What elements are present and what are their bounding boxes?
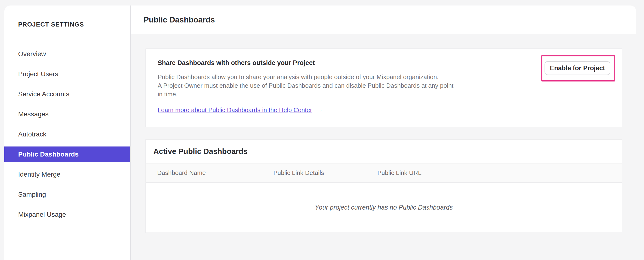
- sidebar-item-label: Identity Merge: [18, 171, 60, 178]
- active-card-title: Active Public Dashboards: [153, 147, 248, 156]
- sidebar-title: PROJECT SETTINGS: [18, 21, 84, 28]
- page-header: Public Dashboards: [131, 6, 636, 34]
- sidebar-item-label: Autotrack: [18, 131, 46, 138]
- sidebar-item-label: Project Users: [18, 70, 58, 78]
- enable-for-project-button[interactable]: Enable for Project: [544, 61, 610, 75]
- help-center-link[interactable]: Learn more about Public Dashboards in th…: [158, 106, 312, 114]
- sidebar-item-overview[interactable]: Overview: [4, 46, 130, 62]
- sidebar-item-sampling[interactable]: Sampling: [4, 187, 130, 202]
- page-title: Public Dashboards: [144, 15, 215, 24]
- sidebar-item-mixpanel-usage[interactable]: Mixpanel Usage: [4, 207, 130, 222]
- column-header-public-link-details: Public Link Details: [262, 169, 366, 177]
- share-dashboards-card: Share Dashboards with others outside you…: [146, 49, 622, 127]
- sidebar-item-public-dashboards[interactable]: Public Dashboards: [4, 147, 130, 162]
- empty-state-message: Your project currently has no Public Das…: [146, 183, 622, 232]
- project-settings-sidebar: PROJECT SETTINGS OverviewProject UsersSe…: [4, 6, 131, 260]
- column-header-public-link-url: Public Link URL: [366, 169, 622, 177]
- column-header-dashboard-name: Dashboard Name: [146, 169, 262, 177]
- sidebar-item-label: Service Accounts: [18, 90, 70, 98]
- sidebar-item-label: Mixpanel Usage: [18, 211, 66, 218]
- sidebar-item-service-accounts[interactable]: Service Accounts: [4, 86, 130, 102]
- sidebar-item-identity-merge[interactable]: Identity Merge: [4, 167, 130, 182]
- active-card-title-row: Active Public Dashboards: [146, 140, 622, 164]
- sidebar-item-label: Public Dashboards: [18, 151, 79, 158]
- sidebar-item-autotrack[interactable]: Autotrack: [4, 126, 130, 142]
- sidebar-item-label: Overview: [18, 50, 46, 58]
- sidebar-item-label: Sampling: [18, 191, 46, 198]
- active-public-dashboards-card: Active Public Dashboards Dashboard NameP…: [146, 139, 622, 233]
- help-center-link-row: Learn more about Public Dashboards in th…: [158, 106, 323, 114]
- share-card-heading: Share Dashboards with others outside you…: [158, 59, 315, 67]
- sidebar-nav: OverviewProject UsersService AccountsMes…: [4, 46, 130, 227]
- sidebar-item-label: Messages: [18, 110, 49, 118]
- sidebar-item-messages[interactable]: Messages: [4, 106, 130, 122]
- table-header-row: Dashboard NamePublic Link DetailsPublic …: [146, 164, 622, 183]
- share-card-description: Public Dashboards allow you to share you…: [158, 73, 454, 98]
- arrow-right-icon: →: [316, 106, 323, 114]
- sidebar-item-project-users[interactable]: Project Users: [4, 66, 130, 82]
